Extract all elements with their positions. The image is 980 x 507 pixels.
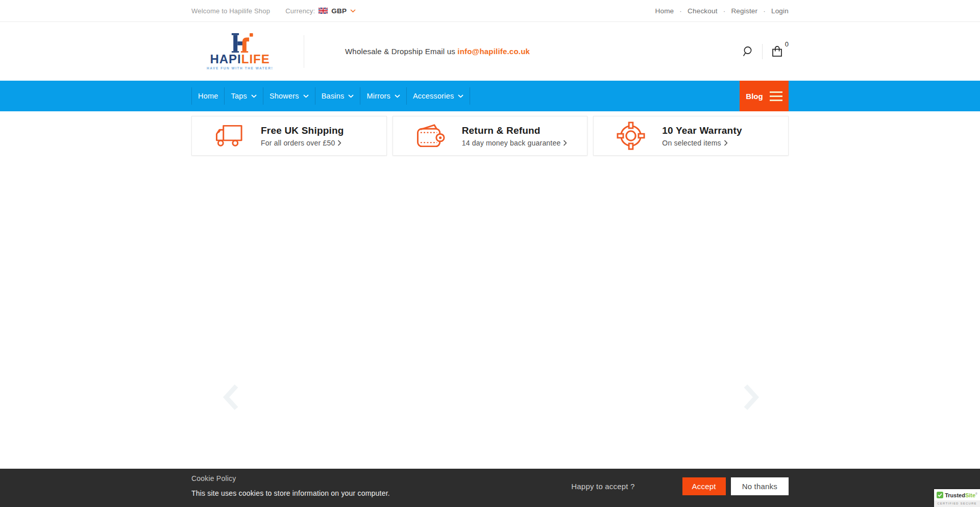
- nav-item-label: Accessories: [413, 92, 454, 100]
- bag-icon: [771, 45, 783, 58]
- nav-menu: Home Taps Showers Basins Mirrors Accesso…: [191, 87, 470, 105]
- nav-item-label: Showers: [270, 92, 299, 100]
- blog-label: Blog: [746, 92, 763, 101]
- cookie-text-block: Cookie Policy This site uses cookies to …: [191, 474, 390, 497]
- chevron-right-icon: [563, 140, 567, 146]
- cookie-message: This site uses cookies to store informat…: [191, 489, 390, 497]
- nav-item-label: Home: [198, 92, 218, 100]
- registered-mark: ®: [975, 492, 977, 495]
- feature-subtitle-label: For all orders over £50: [261, 139, 335, 147]
- cookie-bar: Cookie Policy This site uses cookies to …: [0, 469, 980, 507]
- nav-item-basins[interactable]: Basins: [315, 87, 360, 105]
- feature-title: Return & Refund: [462, 125, 568, 136]
- lifebuoy-icon: [617, 122, 645, 150]
- nav-item-home[interactable]: Home: [191, 87, 224, 105]
- header-actions: 0: [743, 44, 789, 59]
- trust-badge-top: TrustedSite®: [934, 489, 980, 500]
- chevron-down-icon: [458, 94, 463, 98]
- uk-flag-icon: [318, 8, 328, 14]
- promo-text: Wholesale & Dropship Email us info@hapil…: [345, 47, 530, 56]
- currency-label: Currency:: [285, 7, 315, 15]
- feature-subtitle-label: On selected items: [662, 139, 721, 147]
- chevron-down-icon: [348, 94, 354, 98]
- trust-brand-secondary: Site: [965, 492, 975, 498]
- feature-return-refund[interactable]: Return & Refund 14 day money back guaran…: [393, 116, 588, 156]
- feature-subtitle-label: 14 day money back guarantee: [462, 139, 561, 147]
- hamburger-menu-icon: [770, 91, 782, 101]
- nav-item-showers[interactable]: Showers: [263, 87, 315, 105]
- feature-title: 10 Year Warranty: [662, 125, 742, 136]
- cookie-actions: Happy to accept ? Accept No thanks: [571, 477, 789, 495]
- cart-count: 0: [785, 40, 789, 48]
- chevron-right-icon: [724, 140, 728, 146]
- cookie-title: Cookie Policy: [191, 474, 390, 482]
- truck-icon: [215, 124, 244, 148]
- carousel-prev-button[interactable]: [222, 383, 241, 411]
- feature-subtitle: 14 day money back guarantee: [462, 139, 568, 147]
- currency-value: GBP: [331, 7, 347, 15]
- topbar-link-home[interactable]: Home: [655, 7, 674, 15]
- welcome-text: Welcome to Hapilife Shop: [191, 7, 270, 15]
- chevron-down-icon: [251, 94, 257, 98]
- chevron-down-icon: [303, 94, 309, 98]
- cart-button[interactable]: 0: [771, 45, 789, 58]
- nav-item-label: Basins: [322, 92, 345, 100]
- nav-item-taps[interactable]: Taps: [224, 87, 262, 105]
- trustedsite-badge[interactable]: TrustedSite® CERTIFIED SECURE: [934, 489, 980, 507]
- chevron-left-icon: [222, 383, 241, 411]
- feature-text: Return & Refund 14 day money back guaran…: [462, 125, 568, 147]
- logo[interactable]: HAPILIFE HAVE FUN WITH THE WATER!: [207, 33, 273, 70]
- chevron-right-icon: [741, 383, 761, 411]
- feature-warranty[interactable]: 10 Year Warranty On selected items: [593, 116, 789, 156]
- logo-pipe-icon: [226, 33, 254, 53]
- chevron-down-icon: [395, 94, 400, 98]
- trust-subtitle: CERTIFIED SECURE: [934, 500, 980, 507]
- cookie-prompt: Happy to accept ?: [571, 482, 634, 491]
- chevron-down-icon: [350, 9, 356, 13]
- nav-item-label: Mirrors: [366, 92, 390, 100]
- no-thanks-button[interactable]: No thanks: [731, 477, 789, 495]
- accept-button[interactable]: Accept: [682, 477, 726, 495]
- trust-brand: TrustedSite®: [945, 492, 977, 498]
- dot-separator: ·: [763, 7, 766, 15]
- search-icon: [743, 46, 754, 57]
- nav-item-label: Taps: [231, 92, 247, 100]
- logo-text-secondary: LIFE: [241, 52, 270, 66]
- feature-text: Free UK Shipping For all orders over £50: [261, 125, 344, 147]
- topbar-link-checkout[interactable]: Checkout: [688, 7, 718, 15]
- dot-separator: ·: [679, 7, 682, 15]
- header-divider: [762, 44, 763, 59]
- trust-brand-primary: Trusted: [945, 492, 965, 498]
- header: HAPILIFE HAVE FUN WITH THE WATER! Wholes…: [0, 22, 980, 81]
- topbar-link-register[interactable]: Register: [731, 7, 757, 15]
- features-row: Free UK Shipping For all orders over £50: [0, 116, 980, 156]
- carousel-next-button[interactable]: [741, 383, 761, 411]
- check-icon: [937, 492, 943, 498]
- wallet-icon: [416, 123, 445, 149]
- logo-block: HAPILIFE HAVE FUN WITH THE WATER!: [191, 35, 304, 68]
- promo-label: Wholesale & Dropship Email us: [345, 47, 457, 56]
- logo-tagline: HAVE FUN WITH THE WATER!: [207, 66, 273, 70]
- topbar: Welcome to Hapilife Shop Currency: GBP: [0, 0, 980, 22]
- chevron-right-icon: [337, 140, 341, 146]
- email-link[interactable]: info@hapilife.co.uk: [457, 47, 530, 56]
- dot-separator: ·: [723, 7, 726, 15]
- feature-subtitle: For all orders over £50: [261, 139, 344, 147]
- search-button[interactable]: [743, 46, 754, 57]
- feature-free-shipping[interactable]: Free UK Shipping For all orders over £50: [191, 116, 387, 156]
- topbar-link-login[interactable]: Login: [771, 7, 789, 15]
- page: Welcome to Hapilife Shop Currency: GBP: [0, 0, 980, 507]
- logo-text-primary: HAPI: [210, 52, 241, 66]
- currency-selector[interactable]: Currency: GBP: [285, 7, 356, 15]
- feature-text: 10 Year Warranty On selected items: [662, 125, 742, 147]
- topbar-links: Home · Checkout · Register · Login: [655, 7, 789, 15]
- navbar: Home Taps Showers Basins Mirrors Accesso…: [0, 81, 980, 111]
- nav-item-mirrors[interactable]: Mirrors: [360, 87, 406, 105]
- blog-button[interactable]: Blog: [740, 81, 789, 111]
- nav-item-accessories[interactable]: Accessories: [406, 87, 470, 105]
- feature-subtitle: On selected items: [662, 139, 742, 147]
- feature-title: Free UK Shipping: [261, 125, 344, 136]
- logo-text: HAPILIFE: [210, 53, 270, 65]
